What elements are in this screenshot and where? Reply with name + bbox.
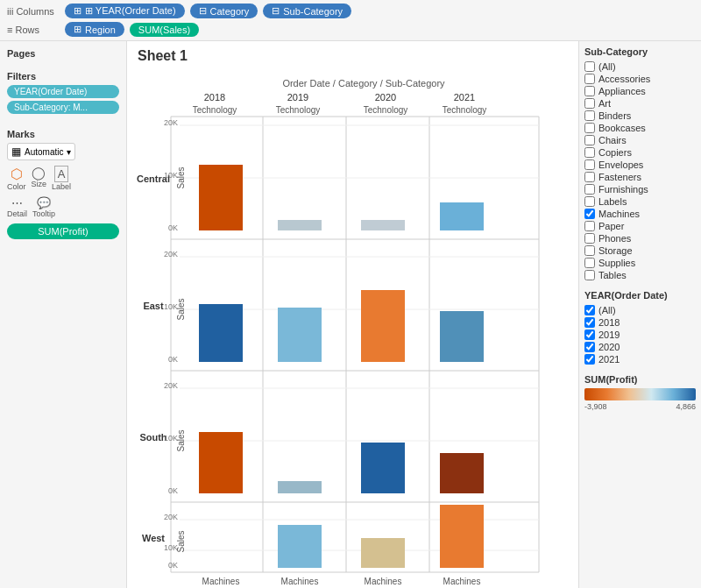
filter-checkbox-supplies[interactable] (584, 258, 595, 268)
size-button[interactable]: ◯ Size (32, 166, 47, 191)
xlabel-2020: Machines (365, 577, 402, 586)
filter-item-copiers[interactable]: Copiers (584, 146, 696, 159)
filter-year[interactable]: YEAR(Order Date) (7, 85, 119, 98)
rows-label: ≡ Rows (7, 25, 60, 35)
region-pill[interactable]: ⊞ Region (65, 22, 124, 37)
filter-item-storage[interactable]: Storage (584, 244, 696, 257)
filter-checkbox-accessories[interactable] (584, 74, 595, 84)
filter-item-furnishings[interactable]: Furnishings (584, 183, 696, 195)
filter-checkbox-binders[interactable] (584, 110, 595, 121)
size-label: Size (32, 180, 47, 188)
filter-label-furnishings: Furnishings (598, 184, 648, 195)
bar-west-2021 (440, 505, 484, 568)
chart-x-header: Order Date / Category / Sub-Category (282, 78, 445, 89)
filter-checkbox-appliances[interactable] (584, 86, 595, 96)
chart-area: Sheet 1 Order Date / Category / Sub-Cate… (127, 41, 578, 588)
filter-item-phones[interactable]: Phones (584, 232, 696, 244)
ytick-east-20k: 20K (164, 250, 178, 259)
filter-label-appliances: Appliances (598, 86, 646, 96)
label-icon: A (54, 166, 69, 182)
filter-checkbox-furnishings[interactable] (584, 184, 595, 195)
ytick-central-20k: 20K (164, 118, 178, 127)
filter-label-envelopes: Envelopes (598, 159, 643, 170)
year-filter-all[interactable]: (All) (584, 304, 696, 316)
gradient-min: -3,908 (584, 402, 607, 411)
year-checkbox-2018[interactable] (584, 317, 595, 328)
filter-checkbox-machines[interactable] (584, 209, 595, 219)
filter-checkbox-phones[interactable] (584, 233, 595, 244)
profit-gradient-labels: -3,908 4,866 (584, 402, 696, 411)
filter-item-paper[interactable]: Paper (584, 220, 696, 232)
subcategory-pill[interactable]: ⊟ Sub-Category (263, 4, 351, 18)
ytick-central-0k: 0K (168, 223, 178, 232)
filter-item-tables[interactable]: Tables (584, 269, 696, 281)
color-button[interactable]: ⬡ Color (7, 166, 26, 191)
filter-checkbox-bookcases[interactable] (584, 123, 595, 133)
detail-label: Detail (7, 209, 27, 218)
sum-profit-pill[interactable]: SUM(Profit) (7, 223, 119, 239)
filter-label-art: Art (598, 98, 611, 109)
ytick-west-0k: 0K (168, 561, 178, 570)
bar-west-2020 (361, 538, 405, 568)
filter-label-labels: Labels (598, 196, 627, 207)
sum-profit-section: SUM(Profit) -3,908 4,866 (584, 374, 696, 411)
filter-checkbox-chairs[interactable] (584, 135, 595, 145)
filter-checkbox-labels[interactable] (584, 196, 595, 207)
filter-item-labels[interactable]: Labels (584, 195, 696, 208)
filter-label-chairs: Chairs (598, 135, 627, 145)
filter-item-binders[interactable]: Binders (584, 110, 696, 122)
filter-checkbox-fasteners[interactable] (584, 172, 595, 182)
chart-title: Sheet 1 (138, 48, 568, 64)
year-filter-2019[interactable]: 2019 (584, 329, 696, 341)
dropdown-arrow: ▾ (67, 147, 71, 157)
filter-item-chairs[interactable]: Chairs (584, 134, 696, 146)
bar-west-2019 (278, 525, 322, 568)
filter-item-fasteners[interactable]: Fasteners (584, 171, 696, 183)
label-button[interactable]: A Label (52, 166, 71, 191)
filter-checkbox-envelopes[interactable] (584, 159, 595, 170)
tooltip-button[interactable]: 💬 Tooltip (32, 196, 55, 218)
left-panel: Pages Filters YEAR(Order Date) Sub-Categ… (0, 41, 127, 588)
filter-subcategory[interactable]: Sub-Category: M... (7, 101, 119, 114)
gradient-max: 4,866 (676, 402, 696, 411)
xlabel-2018: Machines (202, 577, 240, 586)
year-filter-section: YEAR(Order Date) (All) 2018 2019 2020 (584, 290, 696, 365)
year-order-date-pill[interactable]: ⊞ ⊞ YEAR(Order Date) (65, 4, 185, 18)
bar-south-2019 (278, 481, 322, 493)
filter-item-envelopes[interactable]: Envelopes (584, 159, 696, 171)
filter-item-supplies[interactable]: Supplies (584, 257, 696, 269)
sum-sales-pill[interactable]: SUM(Sales) (130, 23, 199, 37)
year-checkbox-2021[interactable] (584, 354, 595, 365)
subcategory-filter-title: Sub-Category (584, 46, 696, 57)
year-checkbox-2019[interactable] (584, 329, 595, 340)
year-label-2019: 2019 (598, 329, 620, 340)
year-checkbox-2020[interactable] (584, 342, 595, 352)
year-filter-2020[interactable]: 2020 (584, 341, 696, 353)
xlabel-2019: Machines (281, 577, 319, 586)
marks-icons-row2: ⋯ Detail 💬 Tooltip (7, 196, 119, 218)
filter-item-machines[interactable]: Machines (584, 208, 696, 220)
filter-checkbox-art[interactable] (584, 98, 595, 109)
filter-checkbox-storage[interactable] (584, 245, 595, 256)
filter-checkbox-all[interactable] (584, 61, 595, 72)
filter-checkbox-copiers[interactable] (584, 147, 595, 158)
year-2018: 2018 (204, 92, 225, 103)
filter-item-all[interactable]: (All) (584, 60, 696, 73)
filter-label-copiers: Copiers (598, 147, 632, 158)
filter-item-appliances[interactable]: Appliances (584, 85, 696, 97)
year-filter-2021[interactable]: 2021 (584, 353, 696, 365)
marks-select-row: ▦ Automatic ▾ (7, 143, 119, 160)
detail-button[interactable]: ⋯ Detail (7, 196, 27, 218)
marks-type-select[interactable]: ▦ Automatic ▾ (7, 143, 75, 160)
bar-south-2021 (440, 453, 484, 493)
bar-east-2018 (199, 304, 243, 362)
year-checkbox-all[interactable] (584, 305, 595, 315)
filter-item-art[interactable]: Art (584, 97, 696, 110)
ytick-south-0k: 0K (168, 486, 178, 495)
filter-item-accessories[interactable]: Accessories (584, 73, 696, 85)
filter-checkbox-tables[interactable] (584, 270, 595, 280)
category-pill[interactable]: ⊟ Category (190, 4, 258, 18)
filter-item-bookcases[interactable]: Bookcases (584, 122, 696, 134)
year-filter-2018[interactable]: 2018 (584, 316, 696, 329)
filter-checkbox-paper[interactable] (584, 221, 595, 231)
